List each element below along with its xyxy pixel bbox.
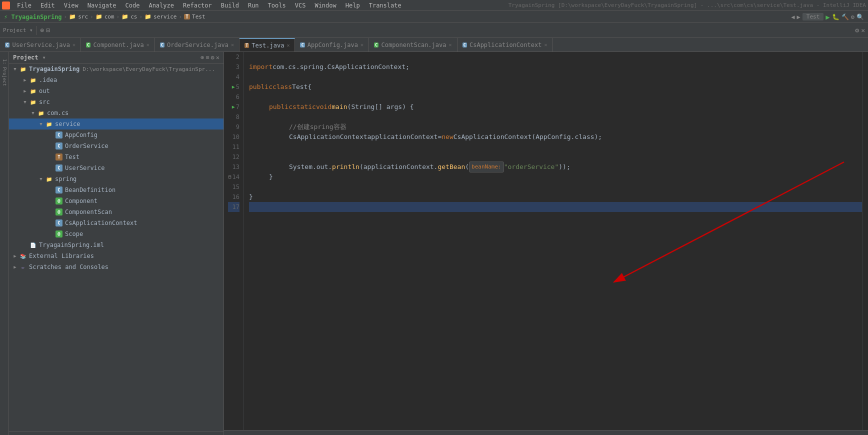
sidebar-collapse-btn[interactable]: ≡ <box>206 54 209 61</box>
sidebar-dropdown-icon[interactable]: ▾ <box>42 54 46 61</box>
tree-path-root: D:\workspace\EveryDayFuck\TryagainSpr... <box>82 66 215 72</box>
tab-label-appconfig: AppConfig.java <box>308 42 358 48</box>
kw-class5: class <box>272 82 292 92</box>
menu-window[interactable]: Window <box>310 1 340 10</box>
build-button[interactable]: 🔨 <box>842 14 849 20</box>
toolbar-settings-btn[interactable]: ⚙ <box>855 26 859 34</box>
window-title: TryagainSpring [D:\workspace\EveryDayFuc… <box>508 2 866 8</box>
tree-label-iml: TryagainSpring.iml <box>39 242 104 248</box>
sidebar-settings-btn[interactable]: ⚙ <box>211 54 214 61</box>
tree-item-src[interactable]: ▼ 📁 src <box>9 96 224 108</box>
menu-navigate[interactable]: Navigate <box>84 1 120 10</box>
editor-scrollbar-h[interactable] <box>224 430 868 435</box>
tree-arrow-comcs: ▼ <box>29 110 37 116</box>
tab-close-appconfig[interactable]: ✕ <box>360 42 364 48</box>
tree-label-userservice: UserService <box>65 164 104 172</box>
tree-item-scope[interactable]: ▶ @ Scope <box>9 228 224 240</box>
search-everywhere-button[interactable]: 🔍 <box>856 14 864 20</box>
tab-component[interactable]: C Component.java ✕ <box>81 38 155 52</box>
tree-label-appconfig: AppConfig <box>65 132 98 138</box>
menu-view[interactable]: View <box>60 1 82 10</box>
fn-getbean: getBean <box>438 162 465 172</box>
breadcrumb-project[interactable]: ⚡ TryagainSpring <box>4 14 62 20</box>
app-logo <box>2 2 10 10</box>
divider1 <box>36 26 37 35</box>
tree-item-userservice[interactable]: ▶ C UserService <box>9 162 224 174</box>
code-editor[interactable]: 2 3 4 ▶5 6 ▶7 8 9 10 11 12 13 ⊟14 15 <box>224 52 868 430</box>
sidebar-scrollbar[interactable] <box>9 431 224 435</box>
tree-item-idea[interactable]: ▶ 📁 .idea <box>9 74 224 86</box>
tree-item-spring[interactable]: ▼ 📁 spring <box>9 174 224 184</box>
tab-userservice[interactable]: C UserService.java ✕ <box>0 38 81 52</box>
tab-test[interactable]: T Test.java ✕ <box>240 38 295 52</box>
menu-translate[interactable]: Translate <box>365 1 406 10</box>
breadcrumb-service[interactable]: service <box>154 14 176 20</box>
ln-2: 2 <box>228 52 240 62</box>
eq10: = <box>438 132 442 142</box>
tab-close-component[interactable]: ✕ <box>146 42 150 48</box>
menu-refactor[interactable]: Refactor <box>179 1 216 10</box>
run-config-selector[interactable]: Test <box>802 13 824 20</box>
menu-tools[interactable]: Tools <box>264 1 290 10</box>
tree-label-root: TryagainSpring <box>29 66 80 72</box>
tree-label-componentscan: ComponentScan <box>65 208 112 216</box>
breadcrumb-src[interactable]: src <box>78 14 88 20</box>
navigation-back-btn[interactable]: ◀ <box>791 14 794 20</box>
code-lines: import com.cs.spring.CsApplicationContex… <box>244 52 862 430</box>
menu-file[interactable]: File <box>13 1 36 10</box>
sidebar-close-btn[interactable]: ✕ <box>216 54 220 61</box>
tab-orderservice[interactable]: C OrderService.java ✕ <box>155 38 240 52</box>
menu-edit[interactable]: Edit <box>36 1 59 10</box>
breadcrumb-test[interactable]: Test <box>192 14 206 20</box>
breadcrumb-cs[interactable]: cs <box>130 14 137 20</box>
tree-item-comcs[interactable]: ▼ 📁 com.cs <box>9 108 224 118</box>
tree-item-root[interactable]: ▼ 📁 TryagainSpring D:\workspace\EveryDay… <box>9 64 224 74</box>
tree-item-beandefinition[interactable]: ▶ C BeanDefinition <box>9 184 224 196</box>
tree-item-scratch[interactable]: ▶ ✏ Scratches and Consoles <box>9 262 224 272</box>
tree-item-component[interactable]: ▶ @ Component <box>9 196 224 206</box>
ln-6: 6 <box>228 92 240 102</box>
menu-code[interactable]: Code <box>122 1 144 10</box>
cls-csapp: CsApplicationContext <box>289 132 368 142</box>
tab-appconfig[interactable]: C AppConfig.java ✕ <box>295 38 369 52</box>
toolbar-collapse-btn[interactable]: ⊟ <box>46 26 50 34</box>
code-line-12 <box>249 152 862 162</box>
tree-item-componentscan[interactable]: ▶ @ ComponentScan <box>9 206 224 218</box>
navigation-forward-btn[interactable]: ▶ <box>797 14 800 20</box>
tab-close-componentscan[interactable]: ✕ <box>449 42 452 48</box>
tree-item-orderservice[interactable]: ▶ C OrderService <box>9 140 224 152</box>
code-line-4 <box>249 72 862 82</box>
tab-csappcontext[interactable]: C CsApplicationContext ✕ <box>458 38 553 52</box>
project-vertical-label[interactable]: 1: Project <box>2 59 7 86</box>
line-numbers: 2 3 4 ▶5 6 ▶7 8 9 10 11 12 13 ⊟14 15 <box>224 52 244 430</box>
tab-close-csappcontext[interactable]: ✕ <box>544 42 547 48</box>
tree-item-extlibs[interactable]: ▶ 📚 External Libraries <box>9 250 224 262</box>
sidebar-locate-btn[interactable]: ⊕ <box>200 54 204 61</box>
breadcrumb-com[interactable]: com <box>104 14 114 20</box>
tree-item-service[interactable]: ▼ 📁 service <box>9 118 224 130</box>
tree-item-csappcontext[interactable]: ▶ C CsApplicationContext <box>9 218 224 228</box>
tree-item-test[interactable]: ▶ T Test <box>9 152 224 162</box>
ln-11: 11 <box>228 142 240 152</box>
settings-button[interactable]: ⚙ <box>851 14 854 20</box>
menu-analyze[interactable]: Analyze <box>144 1 178 10</box>
run-button[interactable]: ▶ <box>826 13 830 21</box>
tab-close-test[interactable]: ✕ <box>286 42 290 48</box>
toolbar-sync-btn[interactable]: ⊕ <box>40 26 44 34</box>
tab-close-userservice[interactable]: ✕ <box>72 42 76 48</box>
code-import3: com.cs.spring.CsApplicationContext; <box>272 62 410 72</box>
tree-item-iml[interactable]: ▶ 📄 TryagainSpring.iml <box>9 240 224 250</box>
menu-run[interactable]: Run <box>244 1 263 10</box>
menu-vcs[interactable]: VCS <box>291 1 310 10</box>
toolbar-close-btn[interactable]: ✕ <box>861 26 865 34</box>
menu-build[interactable]: Build <box>217 1 243 10</box>
project-dropdown[interactable]: Project ▾ <box>3 27 33 34</box>
tree-item-out[interactable]: ▶ 📁 out <box>9 86 224 96</box>
tab-close-orderservice[interactable]: ✕ <box>231 42 234 48</box>
tab-componentscan[interactable]: C ComponentScan.java ✕ <box>369 38 458 52</box>
menu-help[interactable]: Help <box>342 1 364 10</box>
indent10 <box>249 132 289 142</box>
code-line-6 <box>249 92 862 102</box>
debug-button[interactable]: 🐛 <box>832 14 840 20</box>
tree-item-appconfig[interactable]: ▶ C AppConfig <box>9 130 224 140</box>
